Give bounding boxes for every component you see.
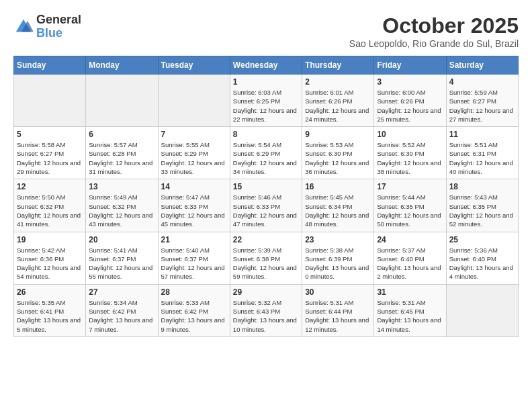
calendar-cell: 8Sunrise: 5:54 AM Sunset: 6:29 PM Daylig… xyxy=(230,127,302,179)
page-header: General Blue October 2025 Sao Leopoldo, … xyxy=(13,13,519,49)
day-detail: Sunrise: 5:40 AM Sunset: 6:37 PM Dayligh… xyxy=(161,246,227,281)
day-detail: Sunrise: 5:59 AM Sunset: 6:27 PM Dayligh… xyxy=(449,88,515,124)
weekday-header-monday: Monday xyxy=(86,56,158,75)
title-block: October 2025 Sao Leopoldo, Rio Grande do… xyxy=(349,13,519,49)
day-detail: Sunrise: 5:52 AM Sunset: 6:30 PM Dayligh… xyxy=(377,140,443,176)
calendar-cell: 9Sunrise: 5:53 AM Sunset: 6:30 PM Daylig… xyxy=(302,127,374,179)
logo-blue: Blue xyxy=(36,27,81,40)
day-number: 21 xyxy=(161,235,227,244)
day-detail: Sunrise: 5:31 AM Sunset: 6:45 PM Dayligh… xyxy=(377,298,443,334)
logo-text: General Blue xyxy=(36,13,81,40)
location: Sao Leopoldo, Rio Grande do Sul, Brazil xyxy=(349,38,519,49)
calendar-cell xyxy=(86,75,158,127)
day-detail: Sunrise: 5:35 AM Sunset: 6:41 PM Dayligh… xyxy=(17,298,83,334)
day-detail: Sunrise: 5:39 AM Sunset: 6:38 PM Dayligh… xyxy=(233,246,299,281)
calendar-cell: 10Sunrise: 5:52 AM Sunset: 6:30 PM Dayli… xyxy=(374,127,446,179)
calendar-cell: 26Sunrise: 5:35 AM Sunset: 6:41 PM Dayli… xyxy=(14,284,86,336)
weekday-header-saturday: Saturday xyxy=(446,56,518,75)
day-number: 4 xyxy=(449,77,515,87)
day-number: 20 xyxy=(89,235,154,244)
day-detail: Sunrise: 5:45 AM Sunset: 6:34 PM Dayligh… xyxy=(305,193,371,228)
calendar-cell xyxy=(158,75,230,127)
day-number: 24 xyxy=(377,235,443,244)
calendar-cell: 27Sunrise: 5:34 AM Sunset: 6:42 PM Dayli… xyxy=(86,284,158,336)
calendar-cell: 13Sunrise: 5:49 AM Sunset: 6:32 PM Dayli… xyxy=(86,179,158,232)
day-detail: Sunrise: 5:34 AM Sunset: 6:42 PM Dayligh… xyxy=(89,298,154,334)
day-number: 9 xyxy=(305,130,371,139)
calendar-cell: 19Sunrise: 5:42 AM Sunset: 6:36 PM Dayli… xyxy=(14,232,86,284)
day-number: 6 xyxy=(89,130,154,139)
day-number: 16 xyxy=(305,182,371,191)
calendar-cell: 17Sunrise: 5:44 AM Sunset: 6:35 PM Dayli… xyxy=(374,179,446,232)
day-number: 18 xyxy=(449,182,515,191)
day-number: 10 xyxy=(377,130,443,139)
calendar-cell xyxy=(446,284,518,336)
day-detail: Sunrise: 5:43 AM Sunset: 6:35 PM Dayligh… xyxy=(449,193,515,228)
day-number: 15 xyxy=(233,182,299,191)
calendar-cell: 30Sunrise: 5:31 AM Sunset: 6:44 PM Dayli… xyxy=(302,284,374,336)
calendar-cell: 12Sunrise: 5:50 AM Sunset: 6:32 PM Dayli… xyxy=(14,179,86,232)
day-number: 3 xyxy=(377,77,443,87)
day-number: 14 xyxy=(161,182,227,191)
day-number: 19 xyxy=(17,235,83,244)
day-number: 8 xyxy=(233,130,299,139)
calendar-cell: 20Sunrise: 5:41 AM Sunset: 6:37 PM Dayli… xyxy=(86,232,158,284)
calendar-cell: 4Sunrise: 5:59 AM Sunset: 6:27 PM Daylig… xyxy=(446,75,518,127)
calendar-cell xyxy=(14,75,86,127)
day-detail: Sunrise: 5:44 AM Sunset: 6:35 PM Dayligh… xyxy=(377,193,443,228)
day-number: 23 xyxy=(305,235,371,244)
calendar-header: SundayMondayTuesdayWednesdayThursdayFrid… xyxy=(14,56,519,75)
day-detail: Sunrise: 5:33 AM Sunset: 6:42 PM Dayligh… xyxy=(161,298,227,334)
calendar-cell: 29Sunrise: 5:32 AM Sunset: 6:43 PM Dayli… xyxy=(230,284,302,336)
day-number: 11 xyxy=(449,130,515,139)
weekday-header-wednesday: Wednesday xyxy=(230,56,302,75)
day-number: 2 xyxy=(305,77,371,87)
day-detail: Sunrise: 5:49 AM Sunset: 6:32 PM Dayligh… xyxy=(89,193,154,228)
logo-general: General xyxy=(36,13,81,27)
day-number: 31 xyxy=(377,287,443,297)
day-number: 5 xyxy=(17,130,83,139)
day-detail: Sunrise: 5:58 AM Sunset: 6:27 PM Dayligh… xyxy=(17,140,83,176)
day-detail: Sunrise: 5:55 AM Sunset: 6:29 PM Dayligh… xyxy=(161,140,227,176)
calendar-cell: 25Sunrise: 5:36 AM Sunset: 6:40 PM Dayli… xyxy=(446,232,518,284)
calendar-cell: 31Sunrise: 5:31 AM Sunset: 6:45 PM Dayli… xyxy=(374,284,446,336)
day-number: 12 xyxy=(17,182,83,191)
calendar-cell: 22Sunrise: 5:39 AM Sunset: 6:38 PM Dayli… xyxy=(230,232,302,284)
calendar-week-4: 19Sunrise: 5:42 AM Sunset: 6:36 PM Dayli… xyxy=(14,232,519,284)
day-number: 26 xyxy=(17,287,83,297)
calendar-cell: 23Sunrise: 5:38 AM Sunset: 6:39 PM Dayli… xyxy=(302,232,374,284)
day-detail: Sunrise: 5:36 AM Sunset: 6:40 PM Dayligh… xyxy=(449,246,515,281)
calendar-body: 1Sunrise: 6:03 AM Sunset: 6:25 PM Daylig… xyxy=(14,75,519,337)
day-detail: Sunrise: 5:38 AM Sunset: 6:39 PM Dayligh… xyxy=(305,246,371,281)
day-number: 13 xyxy=(89,182,154,191)
calendar-cell: 21Sunrise: 5:40 AM Sunset: 6:37 PM Dayli… xyxy=(158,232,230,284)
calendar-cell: 5Sunrise: 5:58 AM Sunset: 6:27 PM Daylig… xyxy=(14,127,86,179)
calendar-cell: 1Sunrise: 6:03 AM Sunset: 6:25 PM Daylig… xyxy=(230,75,302,127)
weekday-header-sunday: Sunday xyxy=(14,56,86,75)
day-detail: Sunrise: 5:47 AM Sunset: 6:33 PM Dayligh… xyxy=(161,193,227,228)
calendar-cell: 18Sunrise: 5:43 AM Sunset: 6:35 PM Dayli… xyxy=(446,179,518,232)
day-number: 1 xyxy=(233,77,299,87)
calendar-week-3: 12Sunrise: 5:50 AM Sunset: 6:32 PM Dayli… xyxy=(14,179,519,232)
day-detail: Sunrise: 6:00 AM Sunset: 6:26 PM Dayligh… xyxy=(377,88,443,124)
weekday-header-friday: Friday xyxy=(374,56,446,75)
calendar-cell: 28Sunrise: 5:33 AM Sunset: 6:42 PM Dayli… xyxy=(158,284,230,336)
day-detail: Sunrise: 5:57 AM Sunset: 6:28 PM Dayligh… xyxy=(89,140,154,176)
weekday-header-row: SundayMondayTuesdayWednesdayThursdayFrid… xyxy=(14,56,519,75)
day-detail: Sunrise: 5:42 AM Sunset: 6:36 PM Dayligh… xyxy=(17,246,83,281)
weekday-header-tuesday: Tuesday xyxy=(158,56,230,75)
calendar-cell: 16Sunrise: 5:45 AM Sunset: 6:34 PM Dayli… xyxy=(302,179,374,232)
calendar-cell: 24Sunrise: 5:37 AM Sunset: 6:40 PM Dayli… xyxy=(374,232,446,284)
day-detail: Sunrise: 5:32 AM Sunset: 6:43 PM Dayligh… xyxy=(233,298,299,334)
calendar-cell: 6Sunrise: 5:57 AM Sunset: 6:28 PM Daylig… xyxy=(86,127,158,179)
calendar-week-2: 5Sunrise: 5:58 AM Sunset: 6:27 PM Daylig… xyxy=(14,127,519,179)
calendar-table: SundayMondayTuesdayWednesdayThursdayFrid… xyxy=(13,56,519,337)
day-detail: Sunrise: 5:37 AM Sunset: 6:40 PM Dayligh… xyxy=(377,246,443,281)
day-detail: Sunrise: 5:41 AM Sunset: 6:37 PM Dayligh… xyxy=(89,246,154,281)
calendar-cell: 3Sunrise: 6:00 AM Sunset: 6:26 PM Daylig… xyxy=(374,75,446,127)
weekday-header-thursday: Thursday xyxy=(302,56,374,75)
calendar-cell: 2Sunrise: 6:01 AM Sunset: 6:26 PM Daylig… xyxy=(302,75,374,127)
day-detail: Sunrise: 5:51 AM Sunset: 6:31 PM Dayligh… xyxy=(449,140,515,176)
month-title: October 2025 xyxy=(349,13,519,38)
day-number: 28 xyxy=(161,287,227,297)
